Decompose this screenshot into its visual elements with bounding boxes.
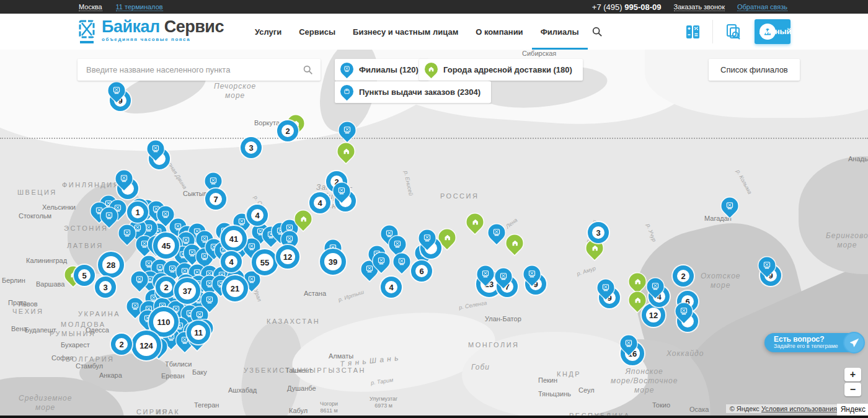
yandex-badge: Яндекс [837,404,868,416]
map-city-pin[interactable] [334,140,358,163]
map-cluster-marker[interactable]: 1 [127,202,148,223]
map-cluster-marker[interactable]: 4 [247,205,268,226]
nav-item-1[interactable]: Сервисы [290,14,344,50]
search-icon[interactable] [591,26,603,37]
map-label: Прага [8,299,27,308]
map-label: МОЛДОВА [61,321,106,329]
map-cluster-marker[interactable]: 45 [153,233,179,259]
map-branch-pin[interactable] [718,194,742,218]
map-cluster-marker[interactable]: 2 [673,265,694,287]
map-canvas[interactable]: Печорское мореСибирскаяостьФИНЛЯНДИЯШВЕЦ… [0,50,868,416]
map-cluster-marker[interactable]: 3 [95,277,116,298]
map-label: Стокгольм [19,212,51,221]
nav-item-2[interactable]: Бизнесу и частным лицам [344,14,467,50]
account-button[interactable]: Личный кабинет [755,19,790,44]
map-label: р. Енисей [402,171,414,197]
telegram-icon [843,332,865,354]
terminals-link[interactable]: 11 терминалов [116,3,163,11]
zoom-out-button[interactable]: − [844,383,861,396]
map-city-pin[interactable] [503,231,526,255]
header: Байкал Сервис объединяя часовые пояса Ус… [0,14,868,50]
map-label: Кабул [289,407,308,416]
map-cluster-marker[interactable]: 12 [276,245,299,269]
map-label: Сиань [495,415,515,416]
map-cluster-marker[interactable]: 4 [309,192,330,213]
map-cluster-marker[interactable]: 6 [411,260,432,282]
map-label: Берлин [2,277,25,285]
map-cluster-marker[interactable]: 28 [98,252,124,278]
map-search-input[interactable] [86,65,303,74]
map-label: София [51,354,73,363]
map-label: Хельсинки [42,203,76,212]
search-icon[interactable] [303,64,313,75]
map-label: Чогори 8611 м [320,401,338,415]
map-label: ЧЕХИЯ [12,308,43,316]
logo-box-icon [78,20,96,45]
logo[interactable]: Байкал Сервис объединяя часовые пояса [78,19,224,45]
order-call-link[interactable]: Заказать звонок [674,3,725,11]
map-cluster-marker[interactable]: 5 [74,265,95,286]
map-cluster-marker[interactable]: 41 [221,226,247,252]
map-label: УКРАИНА [78,310,120,319]
map-cluster-marker[interactable]: 37 [174,278,200,304]
map-label: Одесса [86,326,109,335]
map-cluster-marker[interactable]: 2 [156,277,177,298]
terms-link[interactable]: Условия использования [761,405,837,412]
map-label: Улан-Батор [485,315,521,324]
filter-pickup-points[interactable]: Пункты выдачи заказов (2304) [335,81,491,103]
map-branch-pin[interactable] [485,221,508,244]
user-icon [760,24,776,40]
map-branch-pin[interactable] [390,250,414,273]
map-cluster-marker[interactable]: 11 [187,321,210,344]
nav-item-0[interactable]: Услуги [246,14,290,50]
map-cluster-marker[interactable]: 4 [381,277,402,298]
logo-title: Байкал Сервис [102,19,224,35]
divider [712,20,713,43]
map-cluster-marker[interactable]: 124 [131,331,161,360]
telegram-chat-widget[interactable]: Есть вопрос? Задайте его в телеграме [764,333,863,352]
feedback-link[interactable]: Обратная связь [737,3,787,11]
map-cluster-marker[interactable]: 3 [588,222,609,243]
map-cluster-marker[interactable]: 4 [221,251,242,272]
tracking-icon[interactable] [724,22,742,41]
zoom-in-button[interactable]: + [844,368,861,381]
branch-list-button[interactable]: Список филиалов [709,59,800,81]
map-cluster-marker[interactable]: 2 [111,334,132,355]
map-label: р. Селенга [458,300,487,311]
map-label: Бухарест [61,341,90,350]
map-label: Калининград [26,257,67,265]
map-label: РОССИЯ [440,192,479,201]
map-label: р. Колыма [734,169,753,195]
nav-item-3[interactable]: О компании [467,14,531,50]
map-label: РУМЫНИЯ [50,330,95,339]
polar-circle-line [0,138,868,139]
map-cluster-marker[interactable]: 39 [320,249,346,275]
map-cluster-marker[interactable]: 55 [252,249,278,275]
branch-pin-icon [338,60,356,78]
map-attribution: © Яндекс Условия использования [726,404,841,413]
house-pin-icon [422,60,441,78]
filter-branches[interactable]: Филиалы (120) [335,59,429,81]
map-cluster-marker[interactable]: 7 [205,189,226,210]
nav-item-4[interactable]: Филиалы [532,14,588,50]
logo-tagline: объединяя часовые пояса [102,37,224,42]
calculator-icon[interactable] [683,22,702,41]
filter-delivery-cities[interactable]: Города адресной доставки (180) [419,59,583,81]
map-cluster-marker[interactable]: 12 [642,303,665,327]
map-label: р. Амур [576,265,597,277]
map-search-bar [78,59,321,81]
map-label: ИРАК [156,408,180,416]
top-bar: Москва 11 терминалов +7 (495) 995-08-09 … [0,0,868,14]
map-cluster-marker[interactable]: 3 [241,137,262,158]
map-terrain-shape [799,156,868,274]
map-label: Улугмузтаг 6973 м [370,396,397,410]
map-label: Львов [19,300,38,309]
map-label: Астана [304,290,326,298]
map-label: Будапешт [25,326,56,335]
map-cluster-marker[interactable]: 2 [277,120,298,141]
map-label: Варшава [36,280,64,289]
map-label: СИРИЯ [136,408,169,416]
map-city-pin[interactable] [463,210,487,234]
city-selector[interactable]: Москва [79,3,102,11]
map-cluster-marker[interactable]: 21 [222,275,248,301]
